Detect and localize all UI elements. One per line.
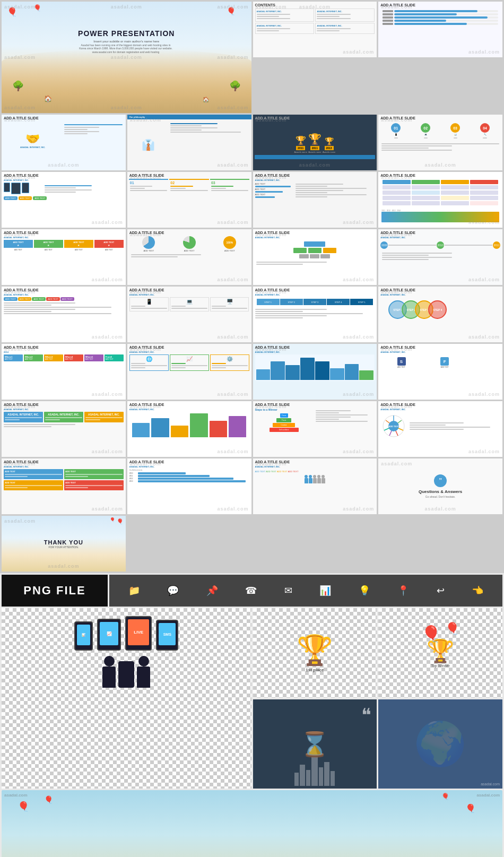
trophies-balloons-area: 🎈 🎈 🏆 Top Winner xyxy=(378,608,502,698)
trophy-label: 1st place xyxy=(297,668,333,672)
slide-devices-info[interactable]: asadal.com asadal.com ADD A TITLE SLIDE … xyxy=(2,172,126,228)
handshake-row xyxy=(102,656,150,688)
slide-four-features[interactable]: asadal.com asadal.com ADD A TITLE SLIDE … xyxy=(2,458,126,514)
png-label-box: PNG FILE xyxy=(2,575,108,607)
slide-label-4: ADD A TITLE SLIDE xyxy=(4,116,39,120)
company-city: ASADAL INTERNET, INC. xyxy=(255,351,375,353)
slide-handshake[interactable]: asadal.com asadal.com ADD A TITLE SLIDE … xyxy=(2,115,126,170)
company-fourfeatures: ASADAL INTERNET, INC. xyxy=(4,465,124,468)
slide-label-awards: ADD A TITLE SLIDE xyxy=(255,116,290,120)
balloon-bl1: 🎈 xyxy=(18,801,29,812)
slide-label-timeline: ADD A TITLE SLIDE xyxy=(380,231,415,235)
slide-achievement-bars[interactable]: asadal.com asadal.com ADD A TITLE SLIDE … xyxy=(127,458,251,514)
slide-label-procflow: ADD A TITLE SLIDE xyxy=(255,231,290,235)
company-name-handshake: ASADAL INTERNET, INC. xyxy=(20,146,45,149)
slide-company-compare[interactable]: asadal.com asadal.com ADD A TITLE SLIDE … xyxy=(2,401,126,457)
watermark: asadal.com xyxy=(111,4,142,10)
balloon-bl2: 🎈 xyxy=(44,795,53,804)
balloon-br2: 🎈 xyxy=(441,793,449,800)
trophy-icon-main: 🏆 xyxy=(297,633,333,668)
idea-icon: 💡 xyxy=(359,585,370,596)
slide-label-fourfeatures: ADD A TITLE SLIDE xyxy=(4,460,39,464)
steps-to-winner: Steps to a Winner xyxy=(255,408,313,411)
slide-business-persons[interactable]: asadal.com asadal.com Our philosophy 👔 xyxy=(127,115,251,170)
company-progtable: ASADAL INTERNET, INC. xyxy=(255,179,375,181)
slide-label: CONTENTS xyxy=(255,3,276,7)
company-icontextboxes: ASADAL INTERNET, INC. xyxy=(129,351,249,353)
add-text-chip1: ADD TEXT xyxy=(4,196,18,200)
slide-label-3cols: ADD A TITLE SLIDE xyxy=(129,174,164,177)
company-people: ASADAL INTERNET, INC. xyxy=(255,465,375,468)
slide-blue-header-philosophy: Our philosophy xyxy=(127,115,251,119)
slide-contents[interactable]: asadal.com asadal.com asadal.com CONTENT… xyxy=(253,2,377,57)
balloon2: 🎈 xyxy=(445,622,459,636)
watermark-top-r: asadal.com xyxy=(476,793,500,798)
phone-icon: ☎ xyxy=(245,585,257,596)
slide-colorboxes[interactable]: asadal.com asadal.com ADD A TITLE SLIDE … xyxy=(2,229,126,285)
slide-qa[interactable]: asadal.com asadal.com " Questions & Answ… xyxy=(378,458,502,514)
slide-label-pyramid: ADD A TITLE SLIDE xyxy=(255,403,290,406)
slide-people[interactable]: asadal.com asadal.com ADD A TITLE SLIDE … xyxy=(253,458,377,514)
slide-three-columns[interactable]: asadal.com asadal.com ADD A TITLE SLIDE … xyxy=(127,172,251,228)
slide-label-wheel: ADD A TITLE SLIDE xyxy=(380,403,415,406)
slide-label-progtable: ADD A TITLE SLIDE xyxy=(255,174,290,177)
slide-colored-table[interactable]: asadal.com asadal.com ADD A TITLE SLIDE xyxy=(378,172,502,228)
slide-pyramid[interactable]: asadal.com asadal.com ADD A TITLE SLIDE … xyxy=(253,401,377,457)
slide-achievements[interactable]: asadal.com asadal.com ADD A TITLE SLIDE … xyxy=(127,401,251,457)
slide-piecharts[interactable]: asadal.com asadal.com ADD A TITLE SLIDE … xyxy=(127,229,251,285)
balloon-br1: 🎈 xyxy=(465,803,476,813)
pin-icon: 📌 xyxy=(206,585,218,596)
png-left-area: 📊 📈 LIVE SMS xyxy=(2,608,251,789)
slide-progress-table[interactable]: asadal.com asadal.com ADD A TITLE SLIDE … xyxy=(253,172,377,228)
presentation-subtitle: Insert your subtitle or main author's na… xyxy=(78,39,175,44)
world-map-area: 🌍 asadal.com xyxy=(378,699,502,789)
presentation-desc: Asadal has been running one of the bigge… xyxy=(78,44,173,54)
folder-icon: 📁 xyxy=(128,585,140,596)
slide-social-icons[interactable]: asadal.com asadal.com ADD A TITLE SLIDE … xyxy=(378,344,502,400)
slide-timeline-circles[interactable]: asadal.com asadal.com ADD A TITLE SLIDE … xyxy=(378,229,502,285)
qa-quote-icon: " xyxy=(434,474,447,487)
slide-cityscape[interactable]: asadal.com asadal.com ADD A TITLE SLIDE … xyxy=(253,344,377,400)
png-icons-bar: 📁 💬 📌 ☎ ✉ 📊 💡 📍 ↩ 👈 xyxy=(109,575,502,607)
qa-subtitle: Go ahead. Don't hesitate. xyxy=(425,495,456,498)
world-map-icon: 🌍 xyxy=(414,723,467,765)
slide-label-icontextboxes: ADD A TITLE SLIDE xyxy=(129,345,164,349)
slide-icon-text-boxes[interactable]: asadal.com asadal.com ADD A TITLE SLIDE … xyxy=(127,344,251,400)
chat-icon: 💬 xyxy=(167,585,179,596)
devices-row: 📊 📈 LIVE SMS xyxy=(74,616,178,651)
slide-label-devtable: ADD A TITLE SLIDE xyxy=(129,288,164,292)
slide-progress-bars[interactable]: asadal.com asadal.com ADD A TITLE SLIDE xyxy=(378,2,502,57)
slide-label-chipsrow: ADD A TITLE SLIDE xyxy=(4,288,39,292)
slide-process-flow[interactable]: asadal.com asadal.com ADD A TITLE SLIDE … xyxy=(253,229,377,285)
slide-awards[interactable]: asadal.com asadal.com ADD A TITLE SLIDE … xyxy=(253,115,377,170)
add-text-chip3: ADD TEXT xyxy=(33,196,47,200)
company-procflow: ASADAL INTERNET, INC. xyxy=(255,236,375,239)
slide-wheel-diagram[interactable]: asadal.com asadal.com ADD A TITLE SLIDE … xyxy=(378,401,502,457)
png-section: PNG FILE 📁 💬 📌 ☎ ✉ 📊 💡 📍 ↩ 👈 📊 xyxy=(2,575,502,857)
watermark-top-l: asadal.com xyxy=(4,793,28,798)
reply-icon: ↩ xyxy=(437,585,445,596)
company-col3: ASADAL INTERNET, INC. xyxy=(85,413,123,416)
balloon1: 🎈 xyxy=(421,625,441,643)
company-social: ASADAL INTERNET, INC. xyxy=(380,351,500,353)
slide-venn[interactable]: asadal.com asadal.com ADD A TITLE SLIDE … xyxy=(378,287,502,342)
slide-multicols-text[interactable]: asadal.com asadal.com ADD A TITLE SLIDE … xyxy=(2,344,126,400)
contents-company1: ASADAL INTERNET, INC. xyxy=(257,10,313,13)
slide-thankyou[interactable]: asadal.com asadal.com 🎈 🎈 THANK YOU FOR … xyxy=(2,516,126,572)
slide-devices-table[interactable]: asadal.com asadal.com ADD A TITLE SLIDE … xyxy=(127,287,251,342)
trophy-label2: Top Winner xyxy=(427,664,454,668)
slide-title-main[interactable]: asadal.com asadal.com asadal.com asadal.… xyxy=(2,2,251,113)
thankyou-subheading: FOR YOUR ATTENTION. xyxy=(44,546,83,549)
slide-steps-arrows[interactable]: asadal.com asadal.com ADD A TITLE SLIDE … xyxy=(253,287,377,342)
company-steparrows: ASADAL INTERNET, INC. xyxy=(255,293,375,296)
slide-label-social: ADD A TITLE SLIDE xyxy=(380,345,415,349)
slide-numbered-icons[interactable]: asadal.com asadal.com ADD A TITLE SLIDE … xyxy=(378,115,502,170)
bottom-illustration: 🎈 🎈 🎈 🎈 🌳 🌳 🌳 🌳 🏠 🏠 🌸 👧 📱 asadal.com asa… xyxy=(2,790,502,857)
quote-icon: ❝ xyxy=(361,705,371,726)
slide-label-people: ADD A TITLE SLIDE xyxy=(255,460,290,464)
slide-label-colorboxes: ADD A TITLE SLIDE xyxy=(4,231,39,235)
slide-chips-row[interactable]: asadal.com asadal.com ADD A TITLE SLIDE … xyxy=(2,287,126,342)
png-content-grid: 📊 📈 LIVE SMS xyxy=(2,608,502,789)
company-wheel: ASADAL INTERNET, INC. xyxy=(380,408,500,411)
trophy-area: 🏆 1st place xyxy=(253,608,377,698)
